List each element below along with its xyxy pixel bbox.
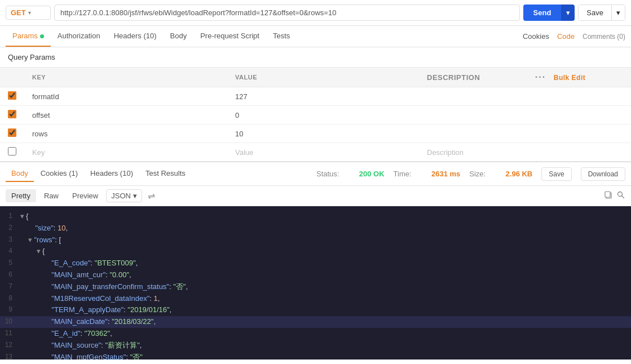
line-content: ▾{	[20, 246, 631, 258]
params-dot-indicator	[40, 34, 44, 38]
tab-headers[interactable]: Headers (10)	[107, 26, 164, 47]
new-row-checkbox[interactable]	[8, 147, 16, 156]
comments-link[interactable]: Comments (0)	[583, 33, 625, 41]
resp-tab-test-results[interactable]: Test Results	[140, 166, 191, 182]
tab-body[interactable]: Body	[164, 26, 194, 47]
line-number: 4	[0, 246, 20, 258]
code-link[interactable]: Code	[557, 32, 575, 41]
format-toolbar: Pretty Raw Preview JSON ▾ ⇌	[0, 186, 631, 206]
tabs-row: Params Authorization Headers (10) Body P…	[0, 26, 631, 47]
line-number: 10	[0, 316, 20, 328]
method-arrow-icon: ▾	[28, 10, 31, 16]
line-content: ▾"rows": [	[20, 234, 631, 246]
pretty-button[interactable]: Pretty	[6, 189, 36, 202]
new-key-placeholder: Key	[32, 148, 45, 157]
more-options-icon[interactable]: ···	[535, 72, 546, 82]
key-cell: formatId	[32, 92, 59, 101]
send-button[interactable]: Send	[523, 5, 562, 21]
resp-tab-headers[interactable]: Headers (10)	[85, 166, 139, 182]
raw-button[interactable]: Raw	[38, 189, 64, 202]
method-select[interactable]: GET ▾	[6, 6, 51, 20]
code-line: 2 "size": 10,	[0, 223, 631, 234]
query-params-title: Query Params	[0, 47, 631, 68]
svg-point-2	[618, 192, 623, 196]
tab-tests[interactable]: Tests	[266, 26, 297, 47]
code-line: 1▾{	[0, 211, 631, 223]
query-params-section: Query Params KEY VALUE DESCRIPTION ··· B…	[0, 47, 631, 161]
line-number: 2	[0, 223, 20, 234]
time-label: Time:	[394, 170, 412, 178]
url-input[interactable]	[54, 5, 520, 21]
tab-authorization[interactable]: Authorization	[51, 26, 107, 47]
actions-column-header: ··· Bulk Edit	[527, 68, 631, 87]
line-content: "MAIN_amt_cur": "0.00",	[20, 269, 631, 281]
code-line: 4 ▾{	[0, 246, 631, 258]
svg-rect-1	[605, 192, 610, 197]
resp-tab-cookies[interactable]: Cookies (1)	[35, 166, 83, 182]
bulk-edit-button[interactable]: Bulk Edit	[554, 74, 586, 82]
row-checkbox-rows[interactable]	[8, 128, 16, 137]
line-content: "TERM_A_applyDate": "2019/01/16",	[20, 304, 631, 316]
code-panel[interactable]: 1▾{2 "size": 10,3 ▾"rows": [4 ▾{5 "E_A_c…	[0, 206, 631, 359]
line-content: "MAIN_calcDate": "2018/03/22",	[20, 316, 631, 328]
code-line: 9 "TERM_A_applyDate": "2019/01/16",	[0, 304, 631, 316]
value-cell: 0	[235, 111, 239, 119]
line-number: 7	[0, 281, 20, 293]
value-column-header: VALUE	[227, 68, 419, 87]
line-content: "size": 10,	[20, 223, 631, 234]
row-checkbox-offset[interactable]	[8, 110, 16, 118]
code-line: 11 "E_A_id": "70362",	[0, 328, 631, 340]
line-content: "E_A_code": "BTEST009",	[20, 258, 631, 269]
download-response-button[interactable]: Download	[581, 167, 625, 181]
row-checkbox-formatid[interactable]	[8, 91, 16, 100]
line-number: 5	[0, 258, 20, 269]
format-select[interactable]: JSON ▾	[106, 189, 142, 202]
line-content: "M18ReservedCol_dataIndex": 1,	[20, 293, 631, 305]
svg-line-3	[622, 196, 624, 198]
search-button[interactable]	[616, 190, 625, 202]
code-line: 13 "MAIN_mpfGenStatus": "否"	[0, 352, 631, 359]
size-label: Size:	[469, 170, 486, 178]
params-table: KEY VALUE DESCRIPTION ··· Bulk Edit form…	[0, 68, 631, 161]
tabs-right-group: Cookies Code Comments (0)	[523, 32, 625, 41]
key-column-header: KEY	[24, 68, 227, 87]
save-button-group: Save ▾	[578, 5, 625, 21]
line-number: 3	[0, 234, 20, 246]
code-line: 3 ▾"rows": [	[0, 234, 631, 246]
save-dropdown-button[interactable]: ▾	[611, 5, 625, 20]
line-content: "MAIN_source": "薪资计算",	[20, 340, 631, 352]
table-row: offset 0	[0, 106, 631, 125]
save-button[interactable]: Save	[579, 5, 611, 20]
key-cell: offset	[32, 111, 50, 119]
table-row-new: Key Value Description	[0, 143, 631, 162]
wrap-icon[interactable]: ⇌	[148, 190, 155, 201]
method-label: GET	[11, 8, 26, 17]
new-desc-placeholder: Description	[427, 148, 464, 157]
value-cell: 10	[235, 130, 243, 138]
line-number: 6	[0, 269, 20, 281]
line-number: 8	[0, 293, 20, 305]
size-value: 2.96 KB	[506, 170, 533, 178]
time-value: 2631 ms	[431, 170, 460, 178]
send-dropdown-button[interactable]: ▾	[561, 5, 575, 21]
tab-pre-request-script[interactable]: Pre-request Script	[193, 26, 266, 47]
code-line: 7 "MAIN_pay_transferConfirm_status": "否"…	[0, 281, 631, 293]
line-content: "E_A_id": "70362",	[20, 328, 631, 340]
status-label: Status:	[316, 170, 339, 178]
status-value: 200 OK	[359, 170, 385, 178]
send-button-group: Send ▾	[523, 5, 575, 21]
value-cell: 127	[235, 92, 248, 101]
resp-tab-body[interactable]: Body	[6, 166, 34, 182]
format-dropdown-icon: ▾	[133, 192, 137, 200]
code-line: 8 "M18ReservedCol_dataIndex": 1,	[0, 293, 631, 305]
cookies-link[interactable]: Cookies	[523, 32, 549, 41]
copy-button[interactable]	[604, 190, 613, 202]
line-content: "MAIN_mpfGenStatus": "否"	[20, 352, 631, 359]
line-number: 1	[0, 211, 20, 223]
save-response-button[interactable]: Save	[541, 167, 571, 181]
preview-button[interactable]: Preview	[67, 189, 104, 202]
table-row: rows 10	[0, 125, 631, 143]
tab-params[interactable]: Params	[6, 26, 51, 47]
code-line: 10 "MAIN_calcDate": "2018/03/22",	[0, 316, 631, 328]
response-status-bar: Status: 200 OK Time: 2631 ms Size: 2.96 …	[316, 167, 625, 181]
